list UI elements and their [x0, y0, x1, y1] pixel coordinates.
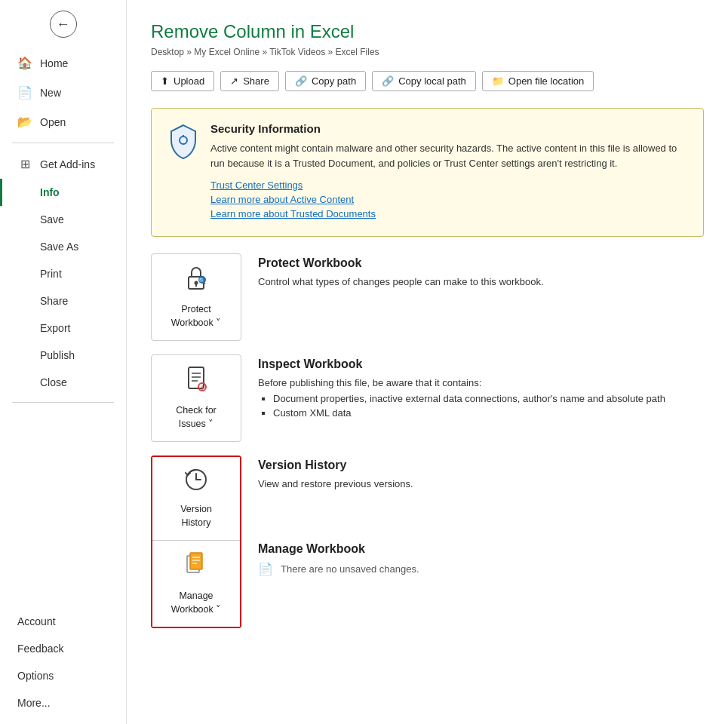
protect-section: 🔍 ProtectWorkbook ˅ Protect Workbook Con…	[151, 253, 704, 341]
protect-workbook-button[interactable]: 🔍 ProtectWorkbook ˅	[151, 253, 241, 341]
copy-local-path-button[interactable]: 🔗 Copy local path	[372, 71, 476, 91]
trusted-docs-link[interactable]: Learn more about Trusted Documents	[210, 208, 687, 219]
version-manage-content: Version History View and restore previou…	[258, 456, 704, 576]
sidebar-label-more: More...	[17, 697, 51, 709]
sidebar-item-export[interactable]: Export	[0, 314, 126, 342]
security-description: Active content might contain malware and…	[210, 141, 687, 170]
manage-description: There are no unsaved changes.	[281, 563, 419, 575]
upload-button[interactable]: ⬆ Upload	[151, 71, 214, 91]
inspect-title: Inspect Workbook	[258, 357, 704, 371]
sidebar-item-open[interactable]: 📂 Open	[0, 107, 126, 137]
svg-rect-15	[190, 553, 202, 569]
copy-path-button[interactable]: 🔗 Copy path	[285, 71, 366, 91]
sidebar-item-info[interactable]: Info	[0, 179, 126, 206]
sidebar-nav: 🏠 Home 📄 New 📂 Open ⊞ Get Add-ins Info S…	[0, 48, 126, 409]
protect-workbook-label: ProtectWorkbook ˅	[171, 303, 222, 330]
inspect-content: Inspect Workbook Before publishing this …	[258, 354, 704, 422]
sidebar-item-publish[interactable]: Publish	[0, 342, 126, 369]
sidebar-label-print: Print	[40, 268, 62, 280]
sidebar-label-saveas: Save As	[40, 241, 78, 253]
sidebar-item-new[interactable]: 📄 New	[0, 78, 126, 107]
sidebar-item-save[interactable]: Save	[0, 206, 126, 233]
breadcrumb: Desktop » My Excel Online » TikTok Video…	[151, 47, 704, 57]
inspect-item-2: Custom XML data	[273, 407, 704, 419]
sidebar-back-section: ←	[0, 0, 126, 48]
share-button[interactable]: ↗ Share	[220, 71, 279, 91]
version-content: Version History View and restore previou…	[258, 456, 704, 494]
check-issues-icon: !	[184, 366, 208, 398]
sidebar-item-share[interactable]: Share	[0, 287, 126, 314]
open-icon: 📂	[17, 115, 32, 129]
addins-icon: ⊞	[17, 157, 32, 171]
protect-content: Protect Workbook Control what types of c…	[258, 253, 704, 292]
inspect-item-1: Document properties, inactive external d…	[273, 393, 704, 404]
sidebar-label-info: Info	[40, 186, 60, 198]
sidebar-label-options: Options	[17, 670, 54, 682]
share-label: Share	[243, 75, 269, 87]
inspect-section: ! Check forIssues ˅ Inspect Workbook Bef…	[151, 354, 704, 442]
svg-text:🔍: 🔍	[198, 277, 206, 284]
inspect-list: Document properties, inactive external d…	[258, 393, 704, 419]
active-content-link[interactable]: Learn more about Active Content	[210, 194, 687, 205]
copy-path-label: Copy path	[312, 75, 356, 87]
sidebar-item-more[interactable]: More...	[0, 689, 126, 716]
sidebar-divider-1	[12, 143, 114, 143]
new-icon: 📄	[17, 85, 32, 100]
sidebar-label-close: Close	[40, 376, 67, 388]
home-icon: 🏠	[17, 56, 32, 70]
sidebar-label-addins: Get Add-ins	[40, 158, 95, 170]
security-info-box: Security Information Active content migh…	[151, 108, 704, 237]
sidebar-divider-2	[12, 402, 114, 403]
page-title: Remove Column in Excel	[151, 21, 704, 42]
toolbar: ⬆ Upload ↗ Share 🔗 Copy path 🔗 Copy loca…	[151, 71, 704, 91]
protect-description: Control what types of changes people can…	[258, 276, 704, 287]
lock-icon: 🔍	[184, 265, 208, 297]
sidebar-item-options[interactable]: Options	[0, 662, 126, 689]
sidebar-label-save: Save	[40, 213, 64, 225]
main-content: Remove Column in Excel Desktop » My Exce…	[127, 0, 728, 724]
sidebar-item-addins[interactable]: ⊞ Get Add-ins	[0, 149, 126, 179]
inspect-description: Before publishing this file, be aware th…	[258, 377, 704, 388]
highlighted-buttons-group: VersionHistory ManageWorkbook ˅	[151, 456, 241, 628]
sidebar-item-close[interactable]: Close	[0, 369, 126, 396]
version-history-label: VersionHistory	[180, 503, 212, 529]
sidebar: ← 🏠 Home 📄 New 📂 Open ⊞ Get Add-ins Info…	[0, 0, 127, 724]
version-history-button[interactable]: VersionHistory	[152, 457, 240, 541]
open-location-icon: 📁	[492, 75, 504, 87]
manage-title: Manage Workbook	[258, 542, 704, 556]
open-location-label: Open file location	[508, 75, 584, 87]
sidebar-label-feedback: Feedback	[17, 643, 63, 655]
manage-workbook-icon	[184, 551, 208, 584]
security-content: Security Information Active content migh…	[210, 122, 687, 222]
svg-point-3	[195, 281, 198, 285]
check-issues-button[interactable]: ! Check forIssues ˅	[151, 354, 241, 442]
sidebar-item-print[interactable]: Print	[0, 260, 126, 287]
sidebar-label-open: Open	[40, 116, 66, 128]
sidebar-item-account[interactable]: Account	[0, 608, 126, 635]
trust-center-link[interactable]: Trust Center Settings	[210, 179, 687, 191]
share-toolbar-icon: ↗	[230, 75, 238, 87]
copy-path-icon: 🔗	[295, 75, 307, 87]
sidebar-item-feedback[interactable]: Feedback	[0, 635, 126, 662]
manage-status-icon: 📄	[258, 562, 273, 576]
sidebar-label-export: Export	[40, 322, 70, 334]
manage-status-row: 📄 There are no unsaved changes.	[258, 562, 704, 576]
sidebar-label-publish: Publish	[40, 349, 75, 361]
sidebar-label-home: Home	[40, 57, 68, 69]
sidebar-label-new: New	[40, 87, 61, 99]
manage-content: Manage Workbook 📄 There are no unsaved c…	[258, 539, 704, 576]
manage-workbook-button[interactable]: ManageWorkbook ˅	[152, 541, 240, 627]
version-description: View and restore previous versions.	[258, 478, 704, 489]
sidebar-label-share: Share	[40, 295, 68, 307]
open-file-location-button[interactable]: 📁 Open file location	[482, 71, 594, 91]
check-issues-label: Check forIssues ˅	[176, 404, 217, 431]
back-button[interactable]: ←	[50, 11, 77, 38]
upload-label: Upload	[174, 75, 204, 87]
sidebar-item-saveas[interactable]: Save As	[0, 233, 126, 260]
copy-local-path-icon: 🔗	[382, 75, 394, 87]
version-manage-section: VersionHistory ManageWorkbook ˅ Version	[151, 456, 704, 628]
sidebar-item-home[interactable]: 🏠 Home	[0, 48, 126, 78]
svg-text:!: !	[201, 384, 204, 391]
manage-workbook-label: ManageWorkbook ˅	[171, 590, 222, 616]
sidebar-bottom: Account Feedback Options More...	[0, 608, 126, 724]
